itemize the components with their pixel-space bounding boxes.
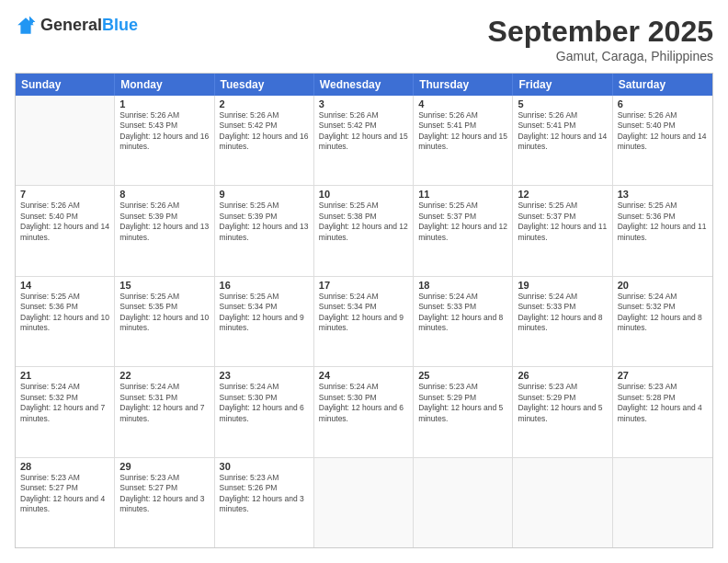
day-info-6: Sunrise: 5:26 AMSunset: 5:40 PMDaylight:…	[618, 110, 708, 153]
day-cell-9: 9Sunrise: 5:25 AMSunset: 5:39 PMDaylight…	[215, 186, 314, 275]
logo-icon	[15, 15, 37, 37]
day-header-saturday: Saturday	[613, 74, 712, 96]
day-info-20: Sunrise: 5:24 AMSunset: 5:32 PMDaylight:…	[618, 292, 708, 334]
day-number-9: 9	[220, 189, 309, 200]
day-number-10: 10	[319, 189, 408, 200]
calendar-week-1: 1Sunrise: 5:26 AMSunset: 5:43 PMDaylight…	[16, 96, 712, 186]
empty-cell-w4c3	[314, 458, 414, 547]
day-cell-26: 26Sunrise: 5:23 AMSunset: 5:29 PMDayligh…	[513, 367, 612, 456]
day-number-7: 7	[20, 189, 109, 200]
day-cell-24: 24Sunrise: 5:24 AMSunset: 5:30 PMDayligh…	[314, 367, 414, 456]
day-info-12: Sunrise: 5:25 AMSunset: 5:37 PMDaylight:…	[518, 201, 607, 243]
day-number-28: 28	[20, 461, 109, 472]
day-number-8: 8	[119, 189, 209, 200]
day-info-2: Sunrise: 5:26 AMSunset: 5:42 PMDaylight:…	[220, 110, 309, 153]
day-number-18: 18	[418, 280, 507, 291]
empty-cell-w4c6	[613, 458, 712, 547]
day-cell-16: 16Sunrise: 5:25 AMSunset: 5:34 PMDayligh…	[215, 277, 314, 366]
day-cell-18: 18Sunrise: 5:24 AMSunset: 5:33 PMDayligh…	[414, 277, 513, 366]
day-cell-21: 21Sunrise: 5:24 AMSunset: 5:32 PMDayligh…	[16, 367, 115, 456]
day-info-17: Sunrise: 5:24 AMSunset: 5:34 PMDaylight:…	[319, 292, 408, 334]
day-cell-19: 19Sunrise: 5:24 AMSunset: 5:33 PMDayligh…	[513, 277, 612, 366]
day-number-21: 21	[20, 370, 109, 381]
day-number-20: 20	[618, 280, 708, 291]
day-number-17: 17	[319, 280, 408, 291]
day-cell-10: 10Sunrise: 5:25 AMSunset: 5:38 PMDayligh…	[314, 186, 414, 275]
day-info-27: Sunrise: 5:23 AMSunset: 5:28 PMDaylight:…	[618, 382, 708, 424]
subtitle: Gamut, Caraga, Philippines	[488, 49, 713, 63]
day-cell-12: 12Sunrise: 5:25 AMSunset: 5:37 PMDayligh…	[513, 186, 612, 275]
logo: GeneralBlue	[15, 15, 138, 37]
day-number-19: 19	[518, 280, 607, 291]
empty-cell-w4c5	[513, 458, 612, 547]
logo-general: GeneralBlue	[40, 17, 138, 35]
title-block: September 2025 Gamut, Caraga, Philippine…	[488, 15, 713, 63]
day-cell-4: 4Sunrise: 5:26 AMSunset: 5:41 PMDaylight…	[414, 96, 513, 185]
day-cell-3: 3Sunrise: 5:26 AMSunset: 5:42 PMDaylight…	[314, 96, 414, 185]
calendar-body: 1Sunrise: 5:26 AMSunset: 5:43 PMDaylight…	[16, 96, 712, 547]
day-info-11: Sunrise: 5:25 AMSunset: 5:37 PMDaylight:…	[418, 201, 507, 243]
day-info-13: Sunrise: 5:25 AMSunset: 5:36 PMDaylight:…	[618, 201, 708, 243]
calendar: Sunday Monday Tuesday Wednesday Thursday…	[15, 73, 713, 548]
day-number-12: 12	[518, 189, 607, 200]
day-number-3: 3	[319, 98, 408, 109]
calendar-week-3: 14Sunrise: 5:25 AMSunset: 5:36 PMDayligh…	[16, 277, 712, 367]
day-info-10: Sunrise: 5:25 AMSunset: 5:38 PMDaylight:…	[319, 201, 408, 243]
day-number-24: 24	[319, 370, 408, 381]
day-info-18: Sunrise: 5:24 AMSunset: 5:33 PMDaylight:…	[418, 292, 507, 334]
day-info-30: Sunrise: 5:23 AMSunset: 5:26 PMDaylight:…	[220, 473, 309, 515]
calendar-week-2: 7Sunrise: 5:26 AMSunset: 5:40 PMDaylight…	[16, 186, 712, 276]
logo-text: GeneralBlue	[40, 17, 138, 35]
day-number-5: 5	[518, 98, 607, 109]
day-number-27: 27	[618, 370, 708, 381]
day-header-friday: Friday	[513, 74, 612, 96]
day-info-23: Sunrise: 5:24 AMSunset: 5:30 PMDaylight:…	[220, 382, 309, 424]
day-info-1: Sunrise: 5:26 AMSunset: 5:43 PMDaylight:…	[119, 110, 209, 153]
day-info-4: Sunrise: 5:26 AMSunset: 5:41 PMDaylight:…	[418, 110, 507, 153]
day-header-wednesday: Wednesday	[314, 74, 414, 96]
empty-cell-w4c4	[414, 458, 513, 547]
day-info-7: Sunrise: 5:26 AMSunset: 5:40 PMDaylight:…	[20, 201, 109, 243]
day-header-sunday: Sunday	[16, 74, 115, 96]
day-cell-22: 22Sunrise: 5:24 AMSunset: 5:31 PMDayligh…	[115, 367, 214, 456]
day-number-26: 26	[518, 370, 607, 381]
day-info-3: Sunrise: 5:26 AMSunset: 5:42 PMDaylight:…	[319, 110, 408, 153]
day-cell-27: 27Sunrise: 5:23 AMSunset: 5:28 PMDayligh…	[613, 367, 712, 456]
day-number-13: 13	[618, 189, 708, 200]
day-cell-13: 13Sunrise: 5:25 AMSunset: 5:36 PMDayligh…	[613, 186, 712, 275]
day-cell-15: 15Sunrise: 5:25 AMSunset: 5:35 PMDayligh…	[115, 277, 214, 366]
day-cell-8: 8Sunrise: 5:26 AMSunset: 5:39 PMDaylight…	[115, 186, 214, 275]
day-number-4: 4	[418, 98, 507, 109]
day-number-25: 25	[418, 370, 507, 381]
calendar-week-5: 28Sunrise: 5:23 AMSunset: 5:27 PMDayligh…	[16, 458, 712, 547]
day-header-thursday: Thursday	[414, 74, 513, 96]
day-cell-1: 1Sunrise: 5:26 AMSunset: 5:43 PMDaylight…	[115, 96, 214, 185]
day-info-14: Sunrise: 5:25 AMSunset: 5:36 PMDaylight:…	[20, 292, 109, 334]
header: GeneralBlue September 2025 Gamut, Caraga…	[15, 15, 713, 63]
day-info-16: Sunrise: 5:25 AMSunset: 5:34 PMDaylight:…	[220, 292, 309, 334]
day-number-6: 6	[618, 98, 708, 109]
day-info-29: Sunrise: 5:23 AMSunset: 5:27 PMDaylight:…	[119, 473, 209, 515]
day-cell-29: 29Sunrise: 5:23 AMSunset: 5:27 PMDayligh…	[115, 458, 214, 547]
day-number-2: 2	[220, 98, 309, 109]
day-cell-11: 11Sunrise: 5:25 AMSunset: 5:37 PMDayligh…	[414, 186, 513, 275]
main-title: September 2025	[488, 15, 713, 49]
day-cell-23: 23Sunrise: 5:24 AMSunset: 5:30 PMDayligh…	[215, 367, 314, 456]
day-header-tuesday: Tuesday	[215, 74, 314, 96]
calendar-header: Sunday Monday Tuesday Wednesday Thursday…	[16, 74, 712, 96]
calendar-week-4: 21Sunrise: 5:24 AMSunset: 5:32 PMDayligh…	[16, 367, 712, 457]
day-number-22: 22	[119, 370, 209, 381]
day-info-26: Sunrise: 5:23 AMSunset: 5:29 PMDaylight:…	[518, 382, 607, 424]
day-number-16: 16	[220, 280, 309, 291]
empty-cell-w0c0	[16, 96, 115, 185]
day-cell-7: 7Sunrise: 5:26 AMSunset: 5:40 PMDaylight…	[16, 186, 115, 275]
day-info-19: Sunrise: 5:24 AMSunset: 5:33 PMDaylight:…	[518, 292, 607, 334]
day-number-11: 11	[418, 189, 507, 200]
day-cell-25: 25Sunrise: 5:23 AMSunset: 5:29 PMDayligh…	[414, 367, 513, 456]
day-number-29: 29	[119, 461, 209, 472]
day-info-5: Sunrise: 5:26 AMSunset: 5:41 PMDaylight:…	[518, 110, 607, 153]
day-info-15: Sunrise: 5:25 AMSunset: 5:35 PMDaylight:…	[119, 292, 209, 334]
day-info-9: Sunrise: 5:25 AMSunset: 5:39 PMDaylight:…	[220, 201, 309, 243]
day-info-24: Sunrise: 5:24 AMSunset: 5:30 PMDaylight:…	[319, 382, 408, 424]
day-cell-14: 14Sunrise: 5:25 AMSunset: 5:36 PMDayligh…	[16, 277, 115, 366]
